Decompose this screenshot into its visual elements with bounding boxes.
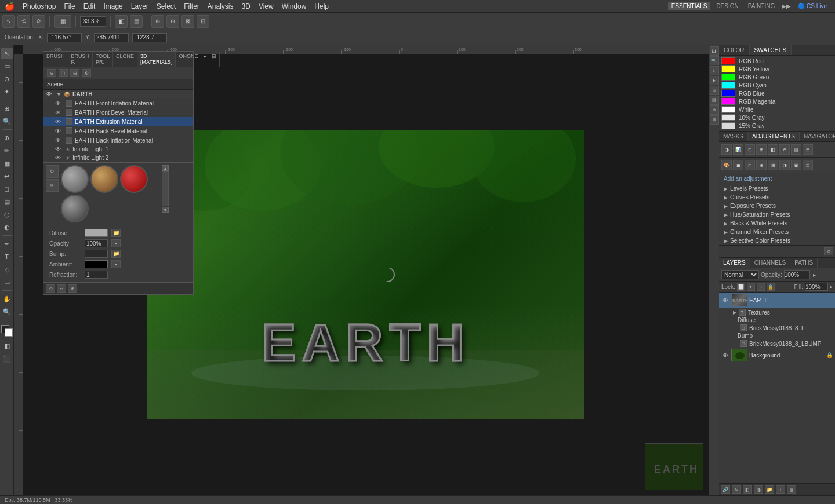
adj-icon-3[interactable]: ⊡ bbox=[745, 144, 755, 155]
tab-paths[interactable]: PATHS bbox=[790, 258, 818, 268]
magic-wand-tool[interactable]: ✦ bbox=[1, 86, 13, 97]
scene-item-2[interactable]: 👁 EARTH Extrusion Material bbox=[43, 117, 193, 126]
y-input[interactable] bbox=[94, 33, 129, 42]
swatch-item-8[interactable]: 15% Gray bbox=[719, 122, 835, 130]
swatch-item-4[interactable]: RGB Blue bbox=[719, 89, 835, 97]
stamp-tool[interactable]: ▦ bbox=[1, 158, 13, 169]
adj-icon-1[interactable]: ◑ bbox=[721, 144, 732, 155]
scene-eye-0[interactable]: 👁 bbox=[55, 100, 63, 107]
crop-tool[interactable]: ⊞ bbox=[1, 103, 13, 114]
adj-icon-10[interactable]: ◼ bbox=[733, 160, 743, 170]
pen-tool[interactable]: ✒ bbox=[1, 238, 13, 250]
adj-icon-16[interactable]: ⊡ bbox=[803, 160, 813, 170]
layer-background[interactable]: 👁 Background 🔒 bbox=[719, 348, 835, 363]
swatch-item-0[interactable]: RGB Red bbox=[719, 57, 835, 65]
move-tool-btn[interactable]: ↖ bbox=[2, 15, 15, 28]
btn-5[interactable]: ▤ bbox=[130, 15, 143, 28]
adj-icon-2[interactable]: 📊 bbox=[733, 144, 743, 155]
tab-masks[interactable]: MASKS bbox=[719, 132, 748, 141]
move-tool[interactable]: ↖ bbox=[1, 48, 13, 59]
layer-brick1[interactable]: ◻ BrickMessy0188_8_L bbox=[731, 324, 835, 332]
add-adjustment-link[interactable]: Add an adjustment bbox=[719, 173, 835, 184]
tab-adjustments[interactable]: ADJUSTMENTS bbox=[748, 132, 800, 141]
menu-help[interactable]: Help bbox=[311, 1, 332, 12]
scene-eye-5[interactable]: 👁 bbox=[55, 146, 63, 152]
fill-arrow[interactable]: ▸ bbox=[830, 284, 833, 290]
adj-icon-5[interactable]: ◧ bbox=[768, 144, 778, 155]
menu-layer[interactable]: Layer bbox=[128, 1, 152, 12]
r-icon-3[interactable]: ℹ bbox=[710, 66, 719, 75]
hand-tool[interactable]: ✋ bbox=[1, 293, 13, 305]
adj-preset-0[interactable]: ▶ Levels Presets bbox=[719, 184, 835, 193]
diffuse-color[interactable] bbox=[85, 229, 108, 237]
zoom-input[interactable] bbox=[80, 16, 106, 27]
opacity-arrow-layers[interactable]: ▸ bbox=[813, 272, 816, 278]
adj-preset-3[interactable]: ▶ Hue/Saturation Presets bbox=[719, 210, 835, 219]
swatch-item-1[interactable]: RGB Yellow bbox=[719, 65, 835, 73]
opacity-input[interactable] bbox=[85, 239, 108, 247]
sphere-gray[interactable] bbox=[61, 195, 89, 222]
adj-icon-7[interactable]: ▤ bbox=[791, 144, 801, 155]
adj-preset-5[interactable]: ▶ Channel Mixer Presets bbox=[719, 228, 835, 236]
scene-check-2[interactable] bbox=[66, 118, 72, 125]
scene-item-5[interactable]: 👁 ☀ Infinite Light 1 bbox=[43, 145, 193, 154]
adj-preset-2[interactable]: ▶ Exposure Presets bbox=[719, 202, 835, 210]
layer-bump[interactable]: Bump bbox=[731, 332, 835, 339]
layer-textures-group[interactable]: ▶ T Textures bbox=[731, 308, 835, 316]
menu-window[interactable]: Window bbox=[278, 1, 310, 12]
adj-settings-btn[interactable]: ⚙ bbox=[824, 247, 833, 255]
apple-icon[interactable]: 🍎 bbox=[5, 2, 14, 11]
layer-diffuse[interactable]: Diffuse bbox=[731, 316, 835, 324]
tab-clone[interactable]: CLONE bbox=[113, 52, 137, 67]
btn-7[interactable]: ⊖ bbox=[166, 15, 179, 28]
scene-expand-arrow[interactable]: ▼ bbox=[56, 92, 61, 97]
r-icon-6[interactable]: ▤ bbox=[710, 96, 719, 105]
scene-eye-earth[interactable]: 👁 bbox=[46, 91, 54, 97]
btn-6[interactable]: ⊕ bbox=[151, 15, 164, 28]
sphere-brown[interactable] bbox=[90, 165, 118, 193]
workspace-design[interactable]: DESIGN bbox=[713, 2, 742, 10]
menu-photoshop[interactable]: Photoshop bbox=[19, 1, 59, 12]
scene-eye-2[interactable]: 👁 bbox=[55, 119, 63, 125]
layer-vis-earth[interactable]: 👁 bbox=[721, 296, 729, 304]
layer-adjust-btn[interactable]: ◑ bbox=[754, 485, 763, 494]
adj-icon-14[interactable]: ◑ bbox=[779, 160, 790, 170]
scroll-up[interactable]: ▲ bbox=[162, 165, 169, 171]
swatch-item-6[interactable]: White bbox=[719, 105, 835, 114]
opacity-input-layers[interactable] bbox=[784, 270, 810, 279]
swatch-item-5[interactable]: RGB Magenta bbox=[719, 97, 835, 105]
ambient-color[interactable] bbox=[85, 260, 108, 268]
menu-edit[interactable]: Edit bbox=[80, 1, 99, 12]
adj-preset-6[interactable]: ▶ Selective Color Presets bbox=[719, 236, 835, 245]
ctrl-btn-2[interactable]: ◫ bbox=[59, 69, 68, 77]
gradient-tool[interactable]: ▤ bbox=[1, 196, 13, 207]
scene-item-1[interactable]: 👁 EARTH Front Bevel Material bbox=[43, 108, 193, 117]
3d-btn-zoom[interactable]: ⊕ bbox=[68, 284, 77, 293]
tab-navigator[interactable]: NAVIGATOR bbox=[800, 132, 835, 141]
cs-live-btn[interactable]: 🔵 CS Live bbox=[794, 3, 830, 9]
r-icon-2[interactable]: 🔍 bbox=[710, 56, 719, 65]
r-icon-5[interactable]: ⊞ bbox=[710, 86, 719, 95]
layer-delete-btn[interactable]: 🗑 bbox=[787, 485, 796, 494]
tab-layers[interactable]: LAYERS bbox=[719, 258, 750, 268]
swatch-item-7[interactable]: 10% Gray bbox=[719, 114, 835, 122]
scene-item-0[interactable]: 👁 EARTH Front Inflation Material bbox=[43, 98, 193, 108]
canvas-image[interactable]: EARTH bbox=[147, 130, 584, 419]
menu-3d[interactable]: 3D bbox=[238, 1, 254, 12]
lock-btn-4[interactable]: 🔒 bbox=[767, 283, 775, 291]
ctrl-btn-3[interactable]: ⊟ bbox=[70, 69, 79, 77]
btn-8[interactable]: ⊠ bbox=[181, 15, 194, 28]
text-tool[interactable]: T bbox=[1, 251, 13, 262]
scene-check-3[interactable] bbox=[66, 127, 72, 134]
ctrl-btn-1[interactable]: ⊕ bbox=[47, 69, 56, 77]
layer-new-btn[interactable]: + bbox=[776, 485, 785, 494]
layer-group-btn[interactable]: 📁 bbox=[765, 485, 774, 494]
bump-folder-btn[interactable]: 📁 bbox=[111, 250, 121, 258]
menu-filter[interactable]: Filter bbox=[180, 1, 203, 12]
workspace-arrow[interactable]: ▶▶ bbox=[782, 3, 791, 9]
layer-vis-bg[interactable]: 👁 bbox=[721, 351, 729, 359]
fg-bg-colors[interactable] bbox=[1, 325, 13, 337]
r-icon-8[interactable]: ⊟ bbox=[710, 115, 719, 125]
adj-icon-12[interactable]: ⊕ bbox=[756, 160, 767, 170]
scene-check-0[interactable] bbox=[66, 100, 72, 107]
